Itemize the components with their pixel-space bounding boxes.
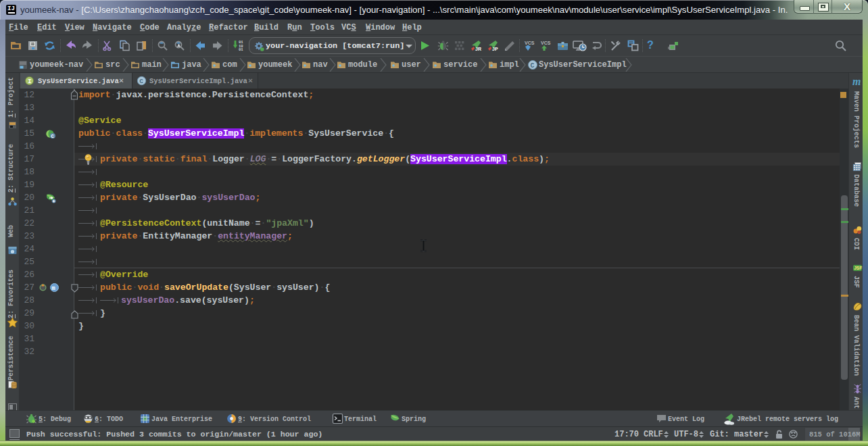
svg-text:C: C bbox=[139, 78, 143, 85]
svg-text:JSF: JSF bbox=[854, 266, 862, 270]
svg-text:C: C bbox=[51, 134, 54, 139]
svg-text:C: C bbox=[531, 62, 535, 70]
svg-text:JR: JR bbox=[475, 47, 481, 51]
svg-text:VCS: VCS bbox=[525, 41, 535, 45]
svg-text:I: I bbox=[28, 78, 32, 85]
svg-text:VCS: VCS bbox=[541, 41, 551, 45]
svg-text:01: 01 bbox=[239, 47, 243, 51]
svg-text:m: m bbox=[51, 285, 55, 292]
svg-text:JP: JP bbox=[492, 47, 498, 51]
